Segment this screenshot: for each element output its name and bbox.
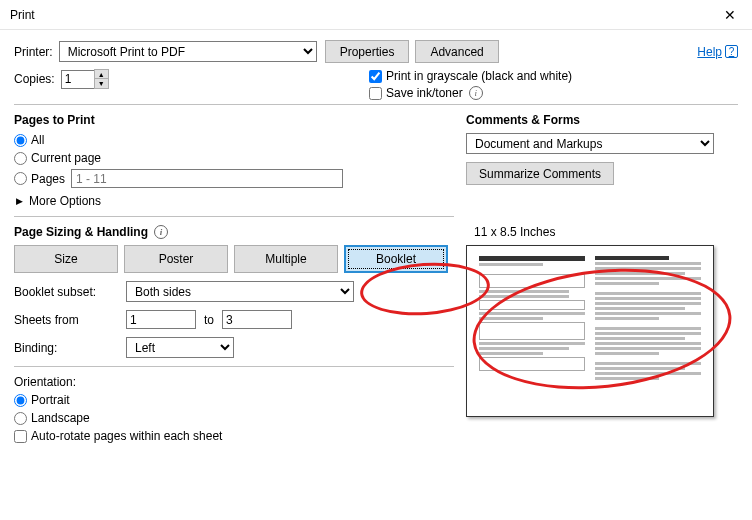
info-icon[interactable]: i	[154, 225, 168, 239]
preview-dimensions: 11 x 8.5 Inches	[474, 225, 738, 239]
pages-all-radio[interactable]	[14, 134, 27, 147]
help-link[interactable]: Help ?	[697, 45, 738, 59]
copies-spinner[interactable]: ▲ ▼	[94, 69, 109, 89]
triangle-right-icon: ▶	[16, 196, 23, 206]
spinner-up-icon[interactable]: ▲	[94, 69, 109, 79]
spinner-down-icon[interactable]: ▼	[94, 79, 109, 89]
binding-select[interactable]: Left	[126, 337, 234, 358]
auto-rotate-checkbox[interactable]	[14, 430, 27, 443]
pages-range-radio[interactable]	[14, 172, 27, 185]
landscape-radio[interactable]	[14, 412, 27, 425]
titlebar: Print ✕	[0, 0, 752, 30]
pages-current-label: Current page	[31, 151, 101, 165]
printer-label: Printer:	[14, 45, 53, 59]
sizing-heading: Page Sizing & Handling i	[14, 225, 454, 239]
comments-select[interactable]: Document and Markups	[466, 133, 714, 154]
sheets-to-input[interactable]	[222, 310, 292, 329]
landscape-label: Landscape	[31, 411, 90, 425]
orientation-heading: Orientation:	[14, 375, 454, 389]
copies-label: Copies:	[14, 72, 55, 86]
size-button[interactable]: Size	[14, 245, 118, 273]
summarize-comments-button[interactable]: Summarize Comments	[466, 162, 614, 185]
pages-to-print-heading: Pages to Print	[14, 113, 454, 127]
booklet-subset-select[interactable]: Both sides	[126, 281, 354, 302]
close-icon[interactable]: ✕	[718, 5, 742, 25]
comments-heading: Comments & Forms	[466, 113, 738, 127]
properties-button[interactable]: Properties	[325, 40, 410, 63]
booklet-subset-label: Booklet subset:	[14, 285, 126, 299]
help-icon: ?	[725, 45, 738, 58]
more-options-toggle[interactable]: ▶ More Options	[16, 194, 454, 208]
multiple-button[interactable]: Multiple	[234, 245, 338, 273]
pages-all-label: All	[31, 133, 44, 147]
portrait-radio[interactable]	[14, 394, 27, 407]
advanced-button[interactable]: Advanced	[415, 40, 498, 63]
auto-rotate-label: Auto-rotate pages within each sheet	[31, 429, 222, 443]
pages-range-label: Pages	[31, 172, 65, 186]
sheets-from-label: Sheets from	[14, 313, 126, 327]
saveink-checkbox[interactable]	[369, 87, 382, 100]
window-title: Print	[10, 8, 35, 22]
printer-select[interactable]: Microsoft Print to PDF	[59, 41, 317, 62]
pages-current-radio[interactable]	[14, 152, 27, 165]
grayscale-label: Print in grayscale (black and white)	[386, 69, 572, 83]
poster-button[interactable]: Poster	[124, 245, 228, 273]
binding-label: Binding:	[14, 341, 126, 355]
grayscale-checkbox[interactable]	[369, 70, 382, 83]
saveink-label: Save ink/toner	[386, 86, 463, 100]
info-icon[interactable]: i	[469, 86, 483, 100]
copies-input[interactable]	[61, 70, 95, 89]
portrait-label: Portrait	[31, 393, 70, 407]
pages-range-input[interactable]	[71, 169, 343, 188]
sheets-to-label: to	[204, 313, 214, 327]
sheets-from-input[interactable]	[126, 310, 196, 329]
